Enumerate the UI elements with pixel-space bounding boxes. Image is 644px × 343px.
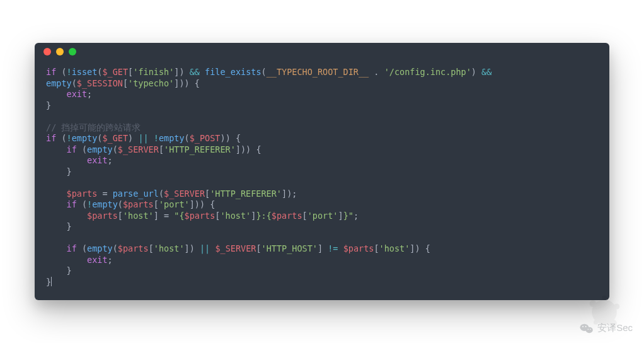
code-content: if (!isset($_GET['finish']) && file_exis… <box>35 61 609 300</box>
var-get: $_GET <box>102 67 128 77</box>
const-root-dir: __TYPECHO_ROOT_DIR__ <box>267 67 369 77</box>
cursor-icon <box>51 277 52 286</box>
comment-cn: // 挡掉可能的跨站请求 <box>46 122 141 132</box>
fn-isset: isset <box>72 67 98 77</box>
var-session: $_SESSION <box>77 78 123 88</box>
svg-point-2 <box>582 326 584 327</box>
fn-parse-url: parse_url <box>113 189 159 199</box>
fn-file-exists: file_exists <box>205 67 261 77</box>
var-post: $_POST <box>190 133 221 143</box>
maximize-icon[interactable] <box>69 48 76 55</box>
code-window: if (!isset($_GET['finish']) && file_exis… <box>35 43 609 300</box>
close-icon[interactable] <box>43 48 51 55</box>
var-parts: $parts <box>67 189 98 199</box>
minimize-icon[interactable] <box>56 48 64 55</box>
svg-point-4 <box>588 328 589 329</box>
wechat-icon <box>580 323 594 334</box>
svg-point-7 <box>590 300 597 307</box>
watermark-label: 安译Sec <box>597 322 633 334</box>
svg-point-3 <box>585 326 587 327</box>
svg-point-5 <box>590 328 590 329</box>
svg-point-6 <box>592 299 617 325</box>
svg-point-8 <box>614 304 619 310</box>
title-bar <box>35 43 609 61</box>
var-server: $_SERVER <box>118 144 159 154</box>
svg-point-1 <box>586 327 593 333</box>
keyword-if: if <box>46 67 56 77</box>
fn-empty: empty <box>46 78 72 88</box>
keyword-exit: exit <box>67 89 88 99</box>
watermark: 安译Sec <box>580 322 633 334</box>
